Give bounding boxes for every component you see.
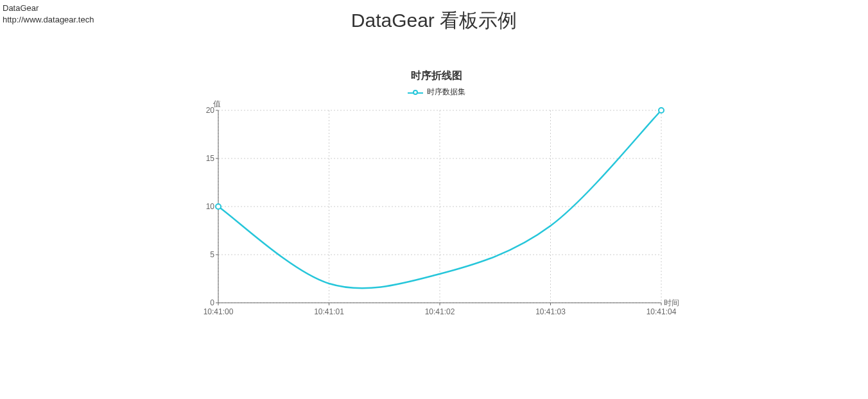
chart-legend[interactable]: 时序数据集 xyxy=(193,87,681,98)
legend-marker-icon xyxy=(408,89,423,96)
svg-text:值: 值 xyxy=(213,99,221,108)
chart-container: 时序折线图 时序数据集 0510152010:41:0010:41:0110:4… xyxy=(193,64,681,334)
svg-text:10:41:00: 10:41:00 xyxy=(204,307,234,316)
svg-text:时间: 时间 xyxy=(664,298,679,307)
page-title: DataGear 看板示例 xyxy=(0,8,868,34)
legend-label: 时序数据集 xyxy=(427,87,465,98)
svg-point-35 xyxy=(216,204,221,209)
svg-point-34 xyxy=(659,108,664,113)
svg-text:10:41:03: 10:41:03 xyxy=(535,307,566,316)
svg-text:5: 5 xyxy=(210,250,214,259)
svg-text:10: 10 xyxy=(206,202,215,211)
svg-text:10:41:02: 10:41:02 xyxy=(425,307,455,316)
svg-text:10:41:04: 10:41:04 xyxy=(647,307,677,316)
svg-text:10:41:01: 10:41:01 xyxy=(314,307,344,316)
svg-text:15: 15 xyxy=(206,154,215,163)
svg-text:0: 0 xyxy=(210,298,214,307)
chart-title: 时序折线图 xyxy=(193,69,681,83)
line-chart[interactable]: 0510152010:41:0010:41:0110:41:0210:41:03… xyxy=(193,98,681,328)
